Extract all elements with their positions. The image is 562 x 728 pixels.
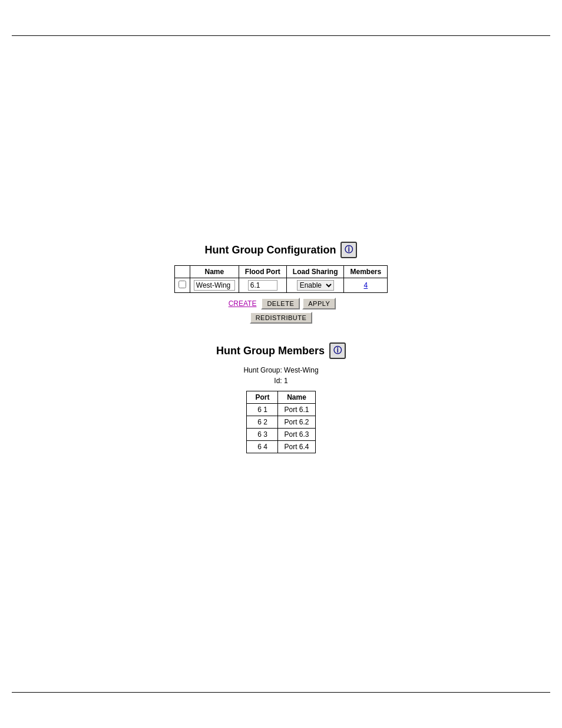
redistribute-button[interactable]: REDISTRIBUTE	[250, 312, 313, 324]
members-col-name: Name	[278, 391, 315, 404]
members-table: Port Name 6 1Port 6.16 2Port 6.26 3Port …	[246, 391, 315, 453]
hunt-group-id-label: Id: 1	[274, 377, 287, 385]
members-table-row: 6 2Port 6.2	[247, 416, 315, 429]
members-help-icon-symbol: ⓘ	[333, 345, 342, 356]
row-name-input[interactable]	[194, 280, 235, 291]
member-port-cell: 6 1	[247, 404, 278, 416]
member-name-cell: Port 6.1	[278, 404, 315, 416]
config-col-flood-port: Flood Port	[239, 266, 286, 278]
hunt-group-members-title: Hunt Group Members	[216, 345, 325, 357]
hunt-group-members-section: Hunt Group Members ⓘ Hunt Group: West-Wi…	[12, 342, 550, 453]
members-table-row: 6 4Port 6.4	[247, 441, 315, 453]
config-col-members: Members	[344, 266, 388, 278]
hunt-group-config-title: Hunt Group Configuration	[205, 244, 336, 256]
delete-button[interactable]: DELETE	[261, 298, 300, 309]
member-port-cell: 6 3	[247, 429, 278, 441]
member-name-cell: Port 6.4	[278, 441, 315, 453]
row-members-cell: 4	[344, 278, 388, 293]
row-checkbox-cell	[174, 278, 190, 293]
apply-button[interactable]: APPLY	[302, 298, 336, 309]
hunt-group-config-help-icon[interactable]: ⓘ	[340, 242, 357, 258]
row-flood-port-cell	[239, 278, 286, 293]
config-table-header-row: Name Flood Port Load Sharing Members	[174, 266, 387, 278]
row-load-sharing-select[interactable]: EnableDisable	[297, 280, 334, 291]
hunt-group-config-section: Hunt Group Configuration ⓘ Name Flood Po…	[12, 242, 550, 324]
config-col-load-sharing: Load Sharing	[286, 266, 344, 278]
members-table-header-row: Port Name	[247, 391, 315, 404]
page-content: Hunt Group Configuration ⓘ Name Flood Po…	[0, 0, 562, 500]
row-name-cell	[190, 278, 239, 293]
row-load-sharing-cell: EnableDisable	[286, 278, 344, 293]
config-col-name: Name	[190, 266, 239, 278]
config-table-row: EnableDisable4	[174, 278, 387, 293]
hunt-group-name-label: Hunt Group: West-Wing	[243, 366, 318, 374]
hunt-group-members-help-icon[interactable]: ⓘ	[329, 342, 346, 359]
member-port-cell: 6 4	[247, 441, 278, 453]
help-icon-symbol: ⓘ	[345, 245, 353, 255]
members-link[interactable]: 4	[363, 281, 368, 289]
hunt-group-config-title-row: Hunt Group Configuration ⓘ	[205, 242, 358, 258]
members-col-port: Port	[247, 391, 278, 404]
member-port-cell: 6 2	[247, 416, 278, 429]
action-buttons-row: CREATE DELETE APPLY	[226, 298, 336, 309]
member-name-cell: Port 6.3	[278, 429, 315, 441]
redistribute-row: REDISTRIBUTE	[250, 312, 313, 324]
top-rule	[12, 35, 550, 36]
bottom-rule	[12, 692, 550, 693]
members-table-row: 6 3Port 6.3	[247, 429, 315, 441]
row-flood-port-input[interactable]	[248, 280, 277, 291]
members-table-row: 6 1Port 6.1	[247, 404, 315, 416]
config-col-checkbox	[174, 266, 190, 278]
hunt-group-members-title-row: Hunt Group Members ⓘ	[216, 342, 346, 359]
create-button[interactable]: CREATE	[226, 298, 259, 309]
member-name-cell: Port 6.2	[278, 416, 315, 429]
config-table: Name Flood Port Load Sharing Members Ena…	[174, 265, 388, 293]
row-checkbox[interactable]	[178, 281, 186, 288]
